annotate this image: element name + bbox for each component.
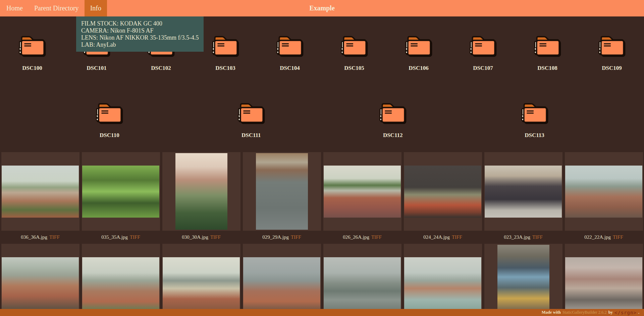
thumbnail-card[interactable] [162, 244, 240, 316]
tiff-link[interactable]: TIFF [532, 234, 543, 240]
thumbnail-filename: 029_29A.jpg [262, 234, 289, 240]
thumbnail-caption: 026_26A.jpgTIFF [322, 231, 402, 244]
tiff-link[interactable]: TIFF [291, 234, 301, 240]
thumbnail-cell: 029_29A.jpgTIFF [241, 152, 322, 244]
folder-icon [340, 35, 368, 57]
thumbnail-caption: 029_29A.jpgTIFF [241, 231, 322, 244]
thumbnail-card[interactable] [565, 244, 643, 316]
thumbnail-cell: 023_23A.jpgTIFF [483, 152, 564, 244]
tiff-link[interactable]: TIFF [371, 234, 382, 240]
footer-builder-link[interactable]: StaticGalleryBuilder 2.6.2 [562, 310, 607, 315]
thumbnail-card[interactable] [162, 152, 240, 231]
thumbnail-card[interactable] [404, 152, 482, 231]
photo-thumbnail[interactable] [485, 166, 562, 218]
thumbnail-filename: 022_22A.jpg [584, 234, 611, 240]
thumbnail-filename: 024_24A.jpg [423, 234, 450, 240]
folder-icon [276, 35, 304, 57]
folder-item-dsc112[interactable]: DSC112 [361, 102, 425, 139]
footer-logo[interactable]: </srgn> [614, 310, 637, 315]
folder-label: DSC103 [215, 65, 235, 72]
thumbnail-cell: 026_26A.jpgTIFF [322, 152, 402, 244]
photo-thumbnail[interactable] [82, 166, 159, 218]
thumbnail-card[interactable] [404, 244, 482, 316]
thumbnail-filename: 035_35A.jpg [101, 234, 128, 240]
thumbnail-cell [564, 244, 644, 316]
folder-icon [469, 35, 497, 57]
photo-thumbnail[interactable] [324, 166, 401, 218]
footer: Made with StaticGalleryBuilder 2.6.2 by … [0, 309, 644, 316]
folder-label: DSC110 [100, 132, 119, 139]
folder-item-dsc106[interactable]: DSC106 [386, 35, 451, 72]
thumbnail-cell [161, 244, 241, 316]
photo-thumbnail[interactable] [243, 257, 320, 309]
footer-by: by [608, 310, 613, 315]
folder-label: DSC107 [473, 65, 493, 72]
folder-item-dsc110[interactable]: DSC110 [77, 102, 142, 139]
footer-period: . [638, 310, 639, 315]
folder-label: DSC106 [409, 65, 429, 72]
tiff-link[interactable]: TIFF [613, 234, 623, 240]
thumbnail-cell: 035_35A.jpgTIFF [80, 152, 161, 244]
photo-thumbnail[interactable] [497, 245, 549, 316]
folder-label: DSC102 [151, 65, 171, 72]
folder-item-dsc105[interactable]: DSC105 [322, 35, 386, 72]
tiff-link[interactable]: TIFF [452, 234, 462, 240]
photo-thumbnail[interactable] [163, 257, 240, 309]
thumbnail-card[interactable] [1, 244, 79, 316]
tiff-link[interactable]: TIFF [130, 234, 140, 240]
thumbnail-card[interactable] [323, 244, 401, 316]
folder-icon [212, 35, 239, 57]
photo-thumbnail[interactable] [404, 257, 481, 309]
folder-item-dsc108[interactable]: DSC108 [515, 35, 580, 72]
folder-item-dsc113[interactable]: DSC113 [502, 102, 567, 139]
thumbnail-card[interactable] [484, 152, 562, 231]
photo-thumbnail[interactable] [2, 257, 79, 309]
thumbnail-card[interactable] [82, 152, 160, 231]
thumbnail-card[interactable] [82, 244, 160, 316]
thumbnail-card[interactable] [243, 152, 321, 231]
info-line-3: LAB: AnyLab [81, 41, 199, 48]
info-line-2: LENS: Nikon AF NIKKOR 35-135mm f/3.5-4.5 [81, 34, 199, 41]
tiff-link[interactable]: TIFF [210, 234, 221, 240]
thumbnail-card[interactable] [1, 152, 79, 231]
folder-icon [521, 102, 548, 124]
photo-thumbnail[interactable] [2, 166, 79, 218]
folder-item-dsc104[interactable]: DSC104 [258, 35, 322, 72]
thumbnail-card[interactable] [565, 152, 643, 231]
folder-icon [237, 102, 265, 124]
photo-thumbnail[interactable] [565, 257, 642, 309]
nav-items: HomeParent DirectoryInfo [1, 0, 107, 16]
folder-label: DSC113 [525, 132, 544, 139]
thumbnail-card[interactable] [484, 244, 562, 316]
photo-thumbnail[interactable] [565, 166, 642, 218]
photo-thumbnail[interactable] [256, 153, 308, 230]
nav-item-home[interactable]: Home [1, 0, 29, 16]
photo-thumbnail[interactable] [82, 257, 159, 309]
photo-thumbnail[interactable] [404, 166, 481, 218]
nav-item-parent-directory[interactable]: Parent Directory [29, 0, 85, 16]
folder-item-dsc107[interactable]: DSC107 [451, 35, 515, 72]
folder-icon [598, 35, 626, 57]
folder-icon [534, 35, 561, 57]
thumbnail-card[interactable] [323, 152, 401, 231]
thumbnail-cell: 022_22A.jpgTIFF [564, 152, 644, 244]
photo-thumbnail[interactable] [175, 153, 227, 230]
folder-item-dsc100[interactable]: DSC100 [0, 35, 64, 72]
folder-label: DSC100 [22, 65, 42, 72]
folder-item-dsc111[interactable]: DSC111 [219, 102, 283, 139]
thumbnail-caption: 030_30A.jpgTIFF [161, 231, 241, 244]
thumbnail-card[interactable] [243, 244, 321, 316]
thumbnail-filename: 030_30A.jpg [182, 234, 208, 240]
folder-item-dsc109[interactable]: DSC109 [580, 35, 644, 72]
thumbnail-caption: 036_36A.jpgTIFF [0, 231, 80, 244]
info-dropdown: FILM STOCK: KODAK GC 400CAMERA: Nikon F-… [76, 16, 204, 52]
nav-item-info[interactable]: Info [85, 0, 107, 16]
info-line-0: FILM STOCK: KODAK GC 400 [81, 20, 199, 27]
folder-label: DSC112 [383, 132, 403, 139]
thumbnail-cell [80, 244, 161, 316]
photo-thumbnail[interactable] [324, 257, 401, 309]
navbar: Example HomeParent DirectoryInfo [0, 0, 644, 16]
thumbnail-grid: 036_36A.jpgTIFF035_35A.jpgTIFF030_30A.jp… [0, 152, 644, 316]
tiff-link[interactable]: TIFF [49, 234, 60, 240]
thumbnail-caption: 023_23A.jpgTIFF [483, 231, 564, 244]
